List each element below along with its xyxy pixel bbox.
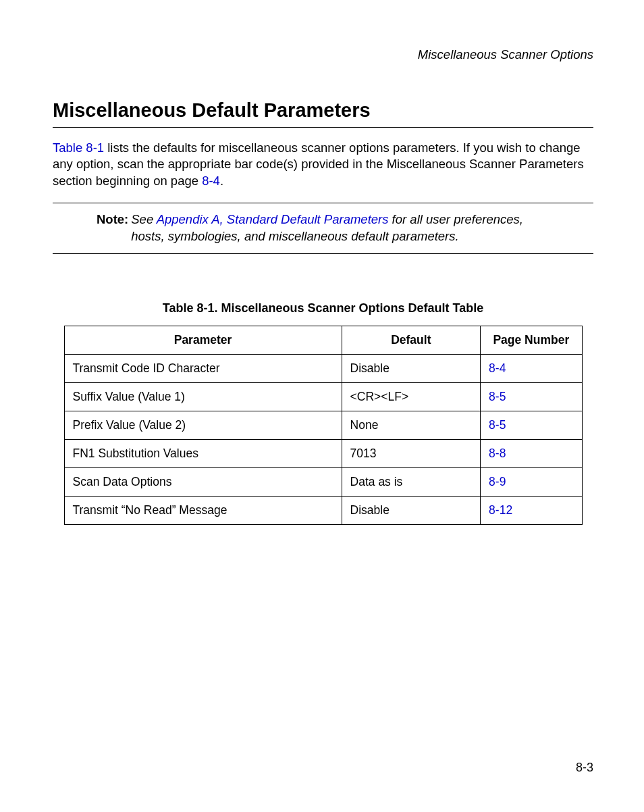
- intro-paragraph: Table 8-1 lists the defaults for miscell…: [53, 140, 593, 189]
- cell-parameter: Scan Data Options: [64, 468, 342, 497]
- intro-text-1: lists the defaults for miscellaneous sca…: [53, 141, 584, 188]
- page-content: Miscellaneous Scanner Options Miscellane…: [0, 0, 644, 552]
- note-pre: See: [131, 212, 156, 226]
- cell-default: 7013: [342, 440, 481, 468]
- intro-text-2: .: [220, 174, 223, 188]
- cell-default: Data as is: [342, 468, 481, 497]
- col-header-parameter: Parameter: [64, 326, 342, 355]
- running-header: Miscellaneous Scanner Options: [53, 47, 593, 62]
- col-header-default: Default: [342, 326, 481, 355]
- table-row: Scan Data Options Data as is 8-9: [64, 468, 582, 497]
- cell-parameter: Suffix Value (Value 1): [64, 383, 342, 411]
- cell-parameter: Transmit Code ID Character: [64, 355, 342, 383]
- table-row: Transmit Code ID Character Disable 8-4: [64, 355, 582, 383]
- table-row: Transmit “No Read” Message Disable 8-12: [64, 497, 582, 525]
- cell-page-link[interactable]: 8-4: [481, 355, 582, 383]
- note-label: Note:: [53, 211, 131, 245]
- table-caption: Table 8-1. Miscellaneous Scanner Options…: [53, 301, 593, 315]
- page-number: 8-3: [576, 761, 593, 775]
- cell-parameter: Prefix Value (Value 2): [64, 411, 342, 440]
- cell-parameter: FN1 Substitution Values: [64, 440, 342, 468]
- col-header-page: Page Number: [481, 326, 582, 355]
- note-block: Note: See Appendix A, Standard Default P…: [53, 203, 593, 254]
- defaults-table: Parameter Default Page Number Transmit C…: [64, 326, 583, 525]
- cell-page-link[interactable]: 8-9: [481, 468, 582, 497]
- section-title: Miscellaneous Default Parameters: [53, 99, 593, 128]
- cell-page-link[interactable]: 8-12: [481, 497, 582, 525]
- table-row: Suffix Value (Value 1) <CR><LF> 8-5: [64, 383, 582, 411]
- cell-default: None: [342, 411, 481, 440]
- cell-default: Disable: [342, 355, 481, 383]
- note-body: See Appendix A, Standard Default Paramet…: [131, 211, 593, 245]
- table-ref-link[interactable]: Table 8-1: [53, 141, 104, 155]
- table-row: Prefix Value (Value 2) None 8-5: [64, 411, 582, 440]
- table-header-row: Parameter Default Page Number: [64, 326, 582, 355]
- cell-page-link[interactable]: 8-5: [481, 383, 582, 411]
- cell-page-link[interactable]: 8-8: [481, 440, 582, 468]
- appendix-link[interactable]: Appendix A, Standard Default Parameters: [157, 212, 389, 226]
- page-ref-link[interactable]: 8-4: [202, 174, 220, 188]
- table-row: FN1 Substitution Values 7013 8-8: [64, 440, 582, 468]
- cell-default: Disable: [342, 497, 481, 525]
- cell-default: <CR><LF>: [342, 383, 481, 411]
- cell-page-link[interactable]: 8-5: [481, 411, 582, 440]
- cell-parameter: Transmit “No Read” Message: [64, 497, 342, 525]
